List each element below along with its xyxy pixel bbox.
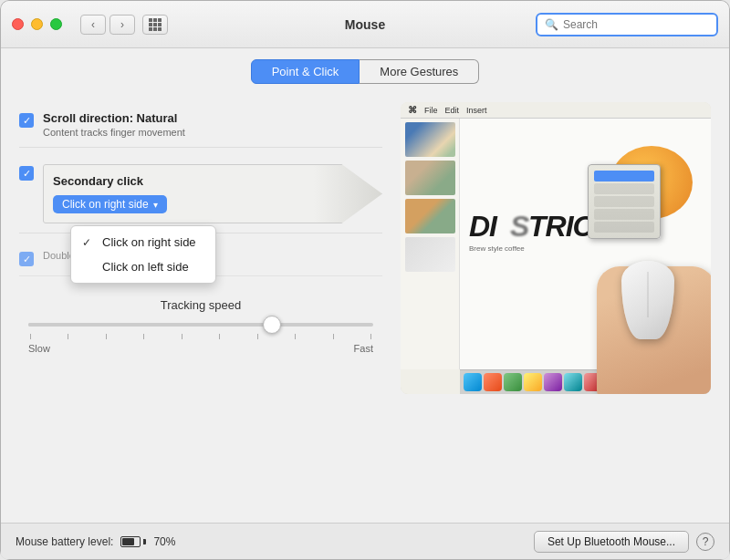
grid-icon [149, 18, 162, 31]
cmenu-item-5 [594, 222, 654, 233]
secondary-click-checkbox[interactable]: ✓ [19, 166, 34, 181]
dropdown-selected-label: Click on right side [62, 198, 149, 211]
scroll-direction-row: ✓ Scroll direction: Natural Content trac… [19, 102, 382, 148]
battery-fill [122, 538, 134, 545]
main-window: ‹ › Mouse 🔍 Point & Click More Gestu [0, 0, 730, 560]
check-icon: ✓ [23, 115, 31, 127]
fake-sidebar [401, 119, 460, 369]
tick-6 [219, 334, 220, 339]
dock-icon-5 [544, 373, 562, 391]
titlebar: ‹ › Mouse 🔍 [1, 1, 729, 48]
district-text-blur: S [510, 210, 528, 244]
dock-icon-2 [484, 373, 502, 391]
thumb-2 [405, 161, 455, 195]
tick-7 [257, 334, 258, 339]
cmenu-item-4 [594, 209, 654, 220]
tick-1 [30, 334, 31, 339]
dropdown-item-left[interactable]: Click on left side [71, 254, 215, 279]
setup-bluetooth-button[interactable]: Set Up Bluetooth Mouse... [534, 531, 689, 553]
tab-more-gestures[interactable]: More Gestures [360, 59, 479, 84]
slider-track [28, 323, 373, 327]
no-check-mark [82, 261, 95, 274]
battery-percent: 70% [153, 535, 175, 548]
tracking-speed-title: Tracking speed [19, 298, 382, 312]
search-input[interactable] [563, 18, 709, 31]
search-box[interactable]: 🔍 [536, 13, 718, 36]
dock-icon-4 [524, 373, 542, 391]
forward-arrow-icon: › [120, 18, 124, 31]
check-mark-icon: ✓ [82, 236, 95, 249]
secondary-click-dropdown-menu: ✓ Click on right side Click on left side [70, 225, 216, 284]
content-area: ✓ Scroll direction: Natural Content trac… [1, 93, 729, 523]
battery-tip [143, 539, 146, 544]
search-icon: 🔍 [545, 18, 558, 31]
slider-labels: Slow Fast [28, 343, 373, 354]
tick-10 [370, 334, 371, 339]
dropdown-option-right: Click on right side [102, 235, 196, 249]
cmenu-item-1 [594, 171, 654, 181]
settings-panel: ✓ Scroll direction: Natural Content trac… [19, 102, 382, 523]
dropdown-option-left: Click on left side [102, 260, 189, 274]
help-button[interactable]: ? [696, 533, 714, 551]
grid-button[interactable] [142, 15, 168, 35]
secondary-click-label: Secondary click [53, 174, 354, 188]
slider-fill [28, 323, 270, 327]
district-text-left: DI [469, 210, 496, 244]
secondary-click-dropdown-trigger[interactable]: Click on right side ▾ [53, 195, 167, 213]
double-tap-checkbox[interactable]: ✓ [19, 252, 34, 266]
tracking-speed-section: Tracking speed [19, 284, 382, 361]
scroll-direction-label: Scroll direction: Natural [43, 111, 185, 125]
minimize-button[interactable] [31, 18, 43, 30]
battery-icon [120, 536, 146, 547]
tick-9 [333, 334, 334, 339]
close-button[interactable] [12, 18, 24, 30]
tick-3 [106, 334, 107, 339]
back-button[interactable]: ‹ [80, 15, 106, 35]
mouse-divider [648, 272, 649, 317]
scroll-direction-checkbox[interactable]: ✓ [19, 113, 34, 128]
maximize-button[interactable] [50, 18, 62, 30]
slider-container: Slow Fast [19, 323, 382, 354]
tick-marks [28, 334, 373, 339]
scroll-direction-text: Scroll direction: Natural Content tracks… [43, 111, 185, 138]
tab-point-click[interactable]: Point & Click [251, 59, 360, 84]
slider-thumb[interactable] [263, 316, 281, 334]
tick-4 [143, 334, 144, 339]
battery-label: Mouse battery level: [16, 535, 113, 548]
statusbar: Mouse battery level: 70% Set Up Bluetoot… [1, 523, 729, 559]
chevron-down-icon: ▾ [153, 200, 158, 210]
tick-2 [68, 334, 68, 339]
dock-icon-3 [504, 373, 522, 391]
thumb-1 [405, 122, 455, 157]
scroll-direction-description: Content tracks finger movement [43, 127, 185, 138]
preview-panel: ⌘ File Edit Insert [401, 102, 711, 523]
help-icon: ? [703, 535, 709, 548]
thumb-3 [405, 199, 455, 233]
tick-8 [295, 334, 296, 339]
dropdown-item-right[interactable]: ✓ Click on right side [71, 230, 215, 254]
hand-mouse-overlay [565, 239, 711, 394]
dock-icon-1 [464, 373, 482, 391]
check-icon-2: ✓ [23, 168, 31, 180]
window-title: Mouse [345, 17, 385, 32]
cmenu-item-2 [594, 183, 654, 194]
battery-body [120, 536, 141, 547]
preview-image: ⌘ File Edit Insert [401, 102, 711, 394]
nav-arrows: ‹ › [80, 15, 168, 35]
forward-button[interactable]: › [110, 15, 135, 35]
fake-menubar: ⌘ File Edit Insert [401, 102, 711, 119]
secondary-click-row: ✓ Secondary click Click on right side ▾ … [19, 155, 382, 233]
thumb-4 [405, 237, 455, 272]
tabs-bar: Point & Click More Gestures [1, 48, 729, 93]
context-menu [588, 164, 661, 239]
statusbar-right: Set Up Bluetooth Mouse... ? [534, 531, 714, 553]
fake-subtitle: Brew style coffee [469, 244, 525, 253]
traffic-lights [12, 18, 62, 30]
secondary-click-arrow-shape: Secondary click Click on right side ▾ [43, 164, 382, 223]
mouse-shape [621, 261, 674, 339]
slider-fast-label: Fast [354, 343, 373, 354]
cmenu-item-3 [594, 196, 654, 207]
back-arrow-icon: ‹ [91, 18, 95, 31]
secondary-click-content: Secondary click Click on right side ▾ ✓ … [43, 164, 382, 223]
check-icon-3: ✓ [23, 254, 31, 265]
